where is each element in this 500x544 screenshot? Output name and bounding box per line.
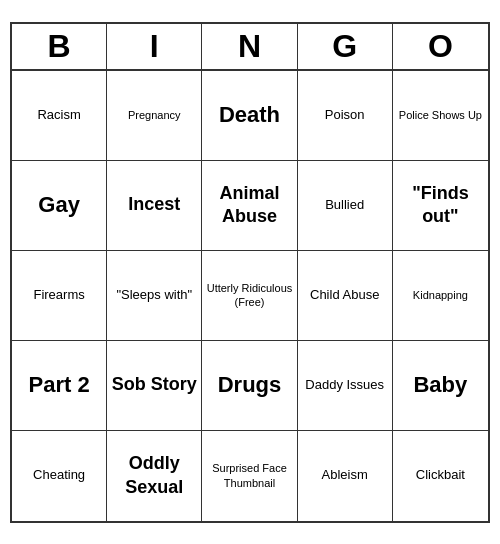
bingo-cell-6: Incest <box>107 161 202 251</box>
bingo-grid: RacismPregnancyDeathPoisonPolice Shows U… <box>12 71 488 521</box>
bingo-cell-0: Racism <box>12 71 107 161</box>
bingo-cell-text-16: Sob Story <box>112 373 197 396</box>
header-letter-G: G <box>298 24 393 69</box>
bingo-cell-text-11: "Sleeps with" <box>116 287 192 304</box>
bingo-cell-text-0: Racism <box>37 107 80 124</box>
bingo-cell-text-23: Ableism <box>322 467 368 484</box>
bingo-cell-text-20: Cheating <box>33 467 85 484</box>
bingo-cell-22: Surprised Face Thumbnail <box>202 431 297 521</box>
bingo-cell-2: Death <box>202 71 297 161</box>
bingo-cell-text-1: Pregnancy <box>128 108 181 122</box>
bingo-cell-19: Baby <box>393 341 488 431</box>
bingo-cell-10: Firearms <box>12 251 107 341</box>
bingo-cell-17: Drugs <box>202 341 297 431</box>
bingo-cell-text-17: Drugs <box>218 371 282 400</box>
bingo-cell-12: Utterly Ridiculous (Free) <box>202 251 297 341</box>
bingo-cell-text-13: Child Abuse <box>310 287 379 304</box>
header-letter-N: N <box>202 24 297 69</box>
bingo-cell-8: Bullied <box>298 161 393 251</box>
bingo-cell-18: Daddy Issues <box>298 341 393 431</box>
bingo-cell-text-10: Firearms <box>33 287 84 304</box>
header-letter-O: O <box>393 24 488 69</box>
bingo-cell-14: Kidnapping <box>393 251 488 341</box>
bingo-cell-9: "Finds out" <box>393 161 488 251</box>
bingo-cell-23: Ableism <box>298 431 393 521</box>
bingo-cell-1: Pregnancy <box>107 71 202 161</box>
bingo-cell-11: "Sleeps with" <box>107 251 202 341</box>
bingo-cell-text-7: Animal Abuse <box>206 182 292 229</box>
bingo-cell-24: Clickbait <box>393 431 488 521</box>
bingo-cell-text-6: Incest <box>128 193 180 216</box>
bingo-cell-4: Police Shows Up <box>393 71 488 161</box>
bingo-cell-text-18: Daddy Issues <box>305 377 384 394</box>
bingo-cell-text-15: Part 2 <box>29 371 90 400</box>
header-letter-B: B <box>12 24 107 69</box>
bingo-cell-3: Poison <box>298 71 393 161</box>
bingo-cell-text-8: Bullied <box>325 197 364 214</box>
bingo-cell-text-3: Poison <box>325 107 365 124</box>
bingo-cell-text-21: Oddly Sexual <box>111 452 197 499</box>
bingo-cell-text-4: Police Shows Up <box>399 108 482 122</box>
bingo-header: BINGO <box>12 24 488 71</box>
bingo-cell-text-19: Baby <box>413 371 467 400</box>
bingo-cell-20: Cheating <box>12 431 107 521</box>
bingo-cell-15: Part 2 <box>12 341 107 431</box>
bingo-cell-text-5: Gay <box>38 191 80 220</box>
bingo-cell-text-14: Kidnapping <box>413 288 468 302</box>
bingo-cell-5: Gay <box>12 161 107 251</box>
bingo-card: BINGO RacismPregnancyDeathPoisonPolice S… <box>10 22 490 523</box>
bingo-cell-21: Oddly Sexual <box>107 431 202 521</box>
bingo-cell-13: Child Abuse <box>298 251 393 341</box>
bingo-cell-text-9: "Finds out" <box>397 182 484 229</box>
bingo-cell-16: Sob Story <box>107 341 202 431</box>
bingo-cell-text-12: Utterly Ridiculous (Free) <box>206 281 292 310</box>
bingo-cell-text-24: Clickbait <box>416 467 465 484</box>
header-letter-I: I <box>107 24 202 69</box>
bingo-cell-text-22: Surprised Face Thumbnail <box>206 461 292 490</box>
bingo-cell-7: Animal Abuse <box>202 161 297 251</box>
bingo-cell-text-2: Death <box>219 101 280 130</box>
